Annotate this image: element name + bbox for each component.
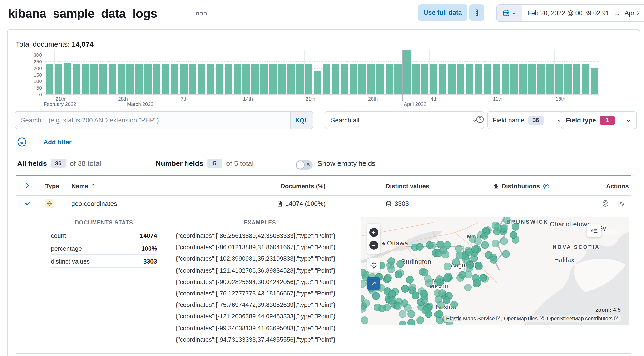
date-range-end[interactable]: Apr 2 <box>624 10 640 17</box>
map-marker <box>424 275 432 283</box>
field-type-count-badge: 1 <box>600 116 615 125</box>
number-fields-summary: Number fields 5 of 5 total <box>156 159 254 168</box>
eye-closed-icon[interactable] <box>542 183 550 190</box>
explore-in-maps-icon[interactable] <box>602 200 609 207</box>
field-name-count-badge: 36 <box>528 116 544 125</box>
index-options-icon[interactable] <box>196 12 206 15</box>
map-marker <box>500 224 508 232</box>
database-icon <box>386 201 392 207</box>
boxes-vertical-icon[interactable] <box>469 4 484 21</box>
map-marker <box>422 306 430 314</box>
example-value: {"coordinates":[-75.76974472,39.83052639… <box>176 299 356 311</box>
field-type-filter[interactable]: Field type 1 <box>561 111 637 129</box>
field-name-filter[interactable]: Field name 36 <box>488 111 567 129</box>
column-header-documents[interactable]: Documents (%) <box>266 183 326 190</box>
kql-language-button[interactable]: KQL <box>290 111 313 129</box>
map-marker <box>379 304 386 312</box>
search-all-select[interactable]: Search all <box>324 111 484 129</box>
column-header-distributions[interactable]: Distributions <box>493 183 550 190</box>
map-marker <box>416 243 424 250</box>
edit-field-icon[interactable] <box>617 200 625 207</box>
help-icon[interactable] <box>476 115 484 123</box>
stats-label: count <box>51 232 66 239</box>
collapse-legend-button[interactable] <box>587 224 601 237</box>
number-fields-count-badge: 5 <box>207 159 222 168</box>
bar-chart-icon <box>493 183 499 189</box>
set-view-button[interactable] <box>367 258 380 272</box>
date-picker[interactable]: Feb 20, 2022 @ 00:39:02.91 → Apr 2 <box>496 4 644 22</box>
map-zoom-controls: + − <box>367 224 380 254</box>
table-top-rule <box>16 175 631 176</box>
map-attribution-link[interactable]: OpenMapTiles <box>504 315 544 321</box>
documents-cell: 14074 (100%) <box>257 200 326 207</box>
map-marker <box>399 321 406 325</box>
use-full-data-button[interactable]: Use full data <box>418 4 468 21</box>
collapse-row-chevron-icon[interactable] <box>24 200 30 207</box>
search-all-value: Search all <box>331 116 359 124</box>
filter-icon[interactable] <box>17 137 27 147</box>
table-header-divider <box>16 195 631 196</box>
geo-point-type-icon <box>45 199 54 208</box>
map-marker <box>500 237 508 245</box>
map-marker <box>401 285 409 293</box>
date-range-arrow: → <box>614 9 620 17</box>
map-marker <box>464 284 472 291</box>
map-marker <box>396 260 404 268</box>
use-full-data-label: Use full data <box>424 9 462 16</box>
example-value: {"coordinates":[-94.73133333,37.44855556… <box>176 334 356 345</box>
chevron-down-icon <box>626 117 632 123</box>
examples-title: EXAMPLES <box>176 220 344 225</box>
expand-map-button[interactable] <box>367 277 380 290</box>
map-marker <box>502 250 510 258</box>
column-header-name[interactable]: Name <box>72 183 96 190</box>
map-marker <box>465 248 473 256</box>
show-empty-fields-label: Show empty fields <box>318 159 375 167</box>
date-quick-select-button[interactable] <box>497 5 522 22</box>
coordinates-map[interactable]: ★OttawaBurlingtonMAINEAugustaNEWMPSHIBos… <box>361 217 629 325</box>
map-marker <box>394 302 402 310</box>
map-marker <box>464 271 472 278</box>
map-marker <box>452 258 460 266</box>
map-marker <box>475 263 483 270</box>
stats-label: percentage <box>51 245 82 252</box>
examples-list: {"coordinates":[-86.25613889,42.35083333… <box>176 230 356 345</box>
column-header-type[interactable]: Type <box>45 183 59 190</box>
map-marker <box>438 289 446 297</box>
stats-value: 3303 <box>143 258 157 265</box>
column-header-distinct-values[interactable]: Distinct values <box>386 183 429 190</box>
zoom-out-button[interactable]: − <box>369 241 378 250</box>
map-attribution-link[interactable]: OpenStreetMap contributors <box>547 315 619 321</box>
map-marker <box>443 274 451 282</box>
total-documents-value: 14,074 <box>72 40 94 48</box>
date-range-start[interactable]: Feb 20, 2022 @ 00:39:02.91 <box>528 10 609 17</box>
map-marker <box>428 242 436 249</box>
chevron-down-icon <box>512 11 516 16</box>
map-marker <box>443 296 450 304</box>
show-empty-fields-toggle[interactable]: ✕ <box>296 160 313 170</box>
map-marker <box>481 241 489 249</box>
zoom-in-button[interactable]: + <box>369 228 378 237</box>
map-marker <box>456 274 464 282</box>
all-fields-count-badge: 36 <box>51 159 66 168</box>
stats-row: count14074 <box>51 229 157 242</box>
expand-all-chevron-icon[interactable] <box>24 182 30 189</box>
field-type-label: Field type <box>566 116 596 124</box>
map-attribution-link[interactable]: Elastic Maps Service <box>446 315 501 321</box>
map-marker <box>436 241 444 248</box>
stats-row: distinct values3303 <box>51 255 157 268</box>
map-marker <box>479 274 487 282</box>
page-title: kibana_sample_data_logs <box>8 6 157 21</box>
map-marker <box>416 316 424 324</box>
map-marker <box>394 270 402 278</box>
field-name-label: Field name <box>493 116 524 124</box>
search-input[interactable] <box>15 111 290 129</box>
map-marker <box>510 231 518 239</box>
map-marker <box>408 284 416 291</box>
example-value: {"coordinates":[-76.12777778,43.18166667… <box>176 288 356 299</box>
field-name-cell[interactable]: geo.coordinates <box>72 200 117 207</box>
map-marker <box>404 304 412 312</box>
add-filter-button[interactable]: + Add filter <box>38 139 72 146</box>
kql-search-bar[interactable]: KQL <box>15 111 313 129</box>
distinct-values-cell: 3303 <box>386 200 409 207</box>
column-header-actions: Actions <box>600 183 629 190</box>
